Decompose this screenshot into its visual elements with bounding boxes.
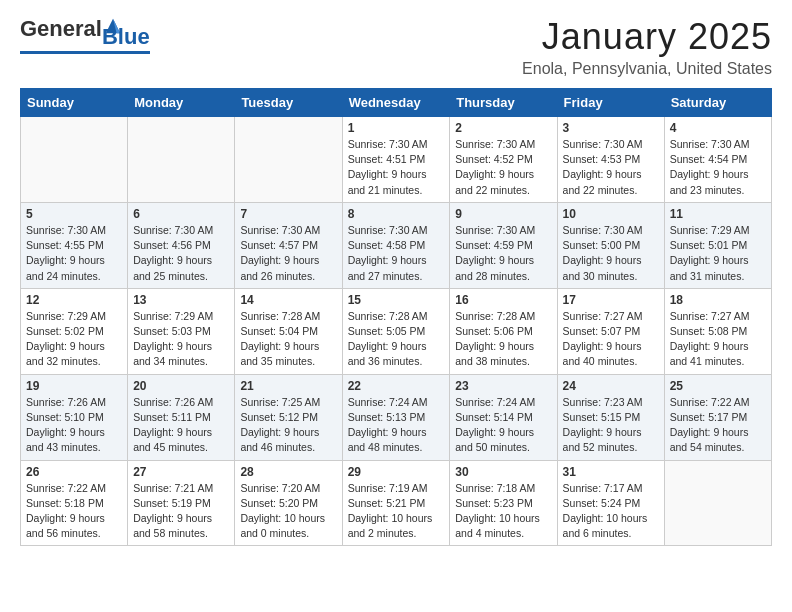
- calendar-cell: 13Sunrise: 7:29 AM Sunset: 5:03 PM Dayli…: [128, 288, 235, 374]
- page: General General Blue January 2025 Enola,…: [0, 0, 792, 566]
- day-info: Sunrise: 7:27 AM Sunset: 5:07 PM Dayligh…: [563, 309, 659, 370]
- calendar-cell: 18Sunrise: 7:27 AM Sunset: 5:08 PM Dayli…: [664, 288, 771, 374]
- calendar-cell: [664, 460, 771, 546]
- weekday-header-wednesday: Wednesday: [342, 89, 450, 117]
- weekday-header-tuesday: Tuesday: [235, 89, 342, 117]
- day-info: Sunrise: 7:19 AM Sunset: 5:21 PM Dayligh…: [348, 481, 445, 542]
- day-number: 6: [133, 207, 229, 221]
- calendar-cell: 9Sunrise: 7:30 AM Sunset: 4:59 PM Daylig…: [450, 202, 557, 288]
- day-number: 31: [563, 465, 659, 479]
- logo-blue-text: Blue: [102, 24, 150, 50]
- day-info: Sunrise: 7:26 AM Sunset: 5:11 PM Dayligh…: [133, 395, 229, 456]
- day-info: Sunrise: 7:28 AM Sunset: 5:05 PM Dayligh…: [348, 309, 445, 370]
- day-info: Sunrise: 7:30 AM Sunset: 4:51 PM Dayligh…: [348, 137, 445, 198]
- day-info: Sunrise: 7:30 AM Sunset: 4:59 PM Dayligh…: [455, 223, 551, 284]
- weekday-header-saturday: Saturday: [664, 89, 771, 117]
- day-info: Sunrise: 7:23 AM Sunset: 5:15 PM Dayligh…: [563, 395, 659, 456]
- calendar-cell: 22Sunrise: 7:24 AM Sunset: 5:13 PM Dayli…: [342, 374, 450, 460]
- calendar-cell: 3Sunrise: 7:30 AM Sunset: 4:53 PM Daylig…: [557, 117, 664, 203]
- day-number: 7: [240, 207, 336, 221]
- day-number: 11: [670, 207, 766, 221]
- calendar-cell: [128, 117, 235, 203]
- day-number: 3: [563, 121, 659, 135]
- day-info: Sunrise: 7:21 AM Sunset: 5:19 PM Dayligh…: [133, 481, 229, 542]
- day-number: 30: [455, 465, 551, 479]
- day-info: Sunrise: 7:30 AM Sunset: 4:58 PM Dayligh…: [348, 223, 445, 284]
- day-info: Sunrise: 7:24 AM Sunset: 5:13 PM Dayligh…: [348, 395, 445, 456]
- weekday-header-monday: Monday: [128, 89, 235, 117]
- day-info: Sunrise: 7:17 AM Sunset: 5:24 PM Dayligh…: [563, 481, 659, 542]
- day-info: Sunrise: 7:29 AM Sunset: 5:03 PM Dayligh…: [133, 309, 229, 370]
- day-number: 10: [563, 207, 659, 221]
- day-number: 22: [348, 379, 445, 393]
- calendar-header-row: SundayMondayTuesdayWednesdayThursdayFrid…: [21, 89, 772, 117]
- day-number: 29: [348, 465, 445, 479]
- calendar-cell: [21, 117, 128, 203]
- day-number: 17: [563, 293, 659, 307]
- calendar-cell: 23Sunrise: 7:24 AM Sunset: 5:14 PM Dayli…: [450, 374, 557, 460]
- day-number: 18: [670, 293, 766, 307]
- calendar-cell: 19Sunrise: 7:26 AM Sunset: 5:10 PM Dayli…: [21, 374, 128, 460]
- day-number: 28: [240, 465, 336, 479]
- weekday-header-sunday: Sunday: [21, 89, 128, 117]
- day-number: 8: [348, 207, 445, 221]
- calendar-cell: 1Sunrise: 7:30 AM Sunset: 4:51 PM Daylig…: [342, 117, 450, 203]
- day-info: Sunrise: 7:24 AM Sunset: 5:14 PM Dayligh…: [455, 395, 551, 456]
- calendar-table: SundayMondayTuesdayWednesdayThursdayFrid…: [20, 88, 772, 546]
- day-number: 20: [133, 379, 229, 393]
- day-info: Sunrise: 7:27 AM Sunset: 5:08 PM Dayligh…: [670, 309, 766, 370]
- day-info: Sunrise: 7:30 AM Sunset: 4:55 PM Dayligh…: [26, 223, 122, 284]
- month-title: January 2025: [522, 16, 772, 58]
- calendar-cell: 5Sunrise: 7:30 AM Sunset: 4:55 PM Daylig…: [21, 202, 128, 288]
- title-block: January 2025 Enola, Pennsylvania, United…: [522, 16, 772, 78]
- day-number: 5: [26, 207, 122, 221]
- calendar-cell: 30Sunrise: 7:18 AM Sunset: 5:23 PM Dayli…: [450, 460, 557, 546]
- day-info: Sunrise: 7:26 AM Sunset: 5:10 PM Dayligh…: [26, 395, 122, 456]
- calendar-cell: [235, 117, 342, 203]
- day-number: 19: [26, 379, 122, 393]
- calendar-cell: 14Sunrise: 7:28 AM Sunset: 5:04 PM Dayli…: [235, 288, 342, 374]
- day-number: 25: [670, 379, 766, 393]
- calendar-cell: 10Sunrise: 7:30 AM Sunset: 5:00 PM Dayli…: [557, 202, 664, 288]
- calendar-cell: 28Sunrise: 7:20 AM Sunset: 5:20 PM Dayli…: [235, 460, 342, 546]
- calendar-cell: 12Sunrise: 7:29 AM Sunset: 5:02 PM Dayli…: [21, 288, 128, 374]
- calendar-cell: 21Sunrise: 7:25 AM Sunset: 5:12 PM Dayli…: [235, 374, 342, 460]
- day-number: 1: [348, 121, 445, 135]
- calendar-cell: 27Sunrise: 7:21 AM Sunset: 5:19 PM Dayli…: [128, 460, 235, 546]
- day-number: 24: [563, 379, 659, 393]
- calendar-week-row: 19Sunrise: 7:26 AM Sunset: 5:10 PM Dayli…: [21, 374, 772, 460]
- day-number: 21: [240, 379, 336, 393]
- calendar-cell: 8Sunrise: 7:30 AM Sunset: 4:58 PM Daylig…: [342, 202, 450, 288]
- day-info: Sunrise: 7:30 AM Sunset: 4:53 PM Dayligh…: [563, 137, 659, 198]
- calendar-cell: 20Sunrise: 7:26 AM Sunset: 5:11 PM Dayli…: [128, 374, 235, 460]
- calendar-week-row: 1Sunrise: 7:30 AM Sunset: 4:51 PM Daylig…: [21, 117, 772, 203]
- day-info: Sunrise: 7:30 AM Sunset: 4:56 PM Dayligh…: [133, 223, 229, 284]
- calendar-week-row: 26Sunrise: 7:22 AM Sunset: 5:18 PM Dayli…: [21, 460, 772, 546]
- day-number: 14: [240, 293, 336, 307]
- header: General General Blue January 2025 Enola,…: [20, 16, 772, 78]
- calendar-cell: 15Sunrise: 7:28 AM Sunset: 5:05 PM Dayli…: [342, 288, 450, 374]
- day-info: Sunrise: 7:22 AM Sunset: 5:18 PM Dayligh…: [26, 481, 122, 542]
- day-info: Sunrise: 7:25 AM Sunset: 5:12 PM Dayligh…: [240, 395, 336, 456]
- day-number: 9: [455, 207, 551, 221]
- day-info: Sunrise: 7:28 AM Sunset: 5:06 PM Dayligh…: [455, 309, 551, 370]
- calendar-cell: 17Sunrise: 7:27 AM Sunset: 5:07 PM Dayli…: [557, 288, 664, 374]
- day-info: Sunrise: 7:18 AM Sunset: 5:23 PM Dayligh…: [455, 481, 551, 542]
- day-info: Sunrise: 7:30 AM Sunset: 5:00 PM Dayligh…: [563, 223, 659, 284]
- day-number: 13: [133, 293, 229, 307]
- weekday-header-friday: Friday: [557, 89, 664, 117]
- day-number: 15: [348, 293, 445, 307]
- day-info: Sunrise: 7:22 AM Sunset: 5:17 PM Dayligh…: [670, 395, 766, 456]
- calendar-cell: 4Sunrise: 7:30 AM Sunset: 4:54 PM Daylig…: [664, 117, 771, 203]
- day-number: 12: [26, 293, 122, 307]
- day-number: 26: [26, 465, 122, 479]
- day-number: 2: [455, 121, 551, 135]
- day-number: 23: [455, 379, 551, 393]
- day-number: 16: [455, 293, 551, 307]
- calendar-cell: 29Sunrise: 7:19 AM Sunset: 5:21 PM Dayli…: [342, 460, 450, 546]
- calendar-week-row: 12Sunrise: 7:29 AM Sunset: 5:02 PM Dayli…: [21, 288, 772, 374]
- calendar-cell: 25Sunrise: 7:22 AM Sunset: 5:17 PM Dayli…: [664, 374, 771, 460]
- calendar-cell: 6Sunrise: 7:30 AM Sunset: 4:56 PM Daylig…: [128, 202, 235, 288]
- day-info: Sunrise: 7:20 AM Sunset: 5:20 PM Dayligh…: [240, 481, 336, 542]
- calendar-cell: 26Sunrise: 7:22 AM Sunset: 5:18 PM Dayli…: [21, 460, 128, 546]
